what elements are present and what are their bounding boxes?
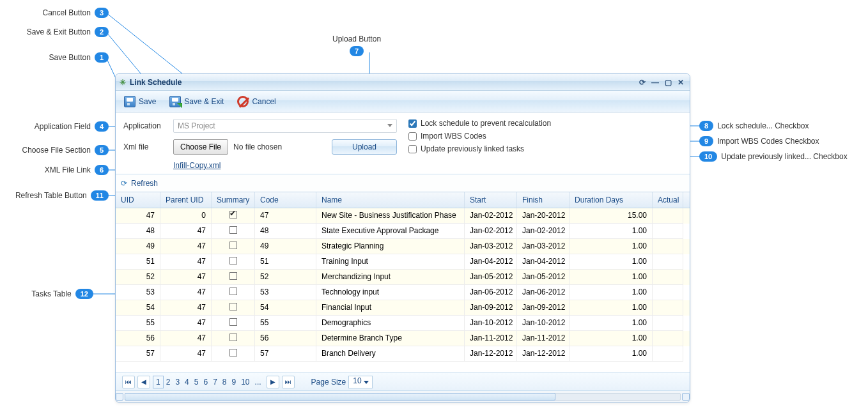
xml-file-link[interactable]: Infill-Copy.xml [173, 161, 397, 170]
table-cell [212, 270, 255, 285]
pager-page[interactable]: 7 [210, 376, 220, 388]
table-cell: Jan-05-2012 [465, 270, 517, 285]
column-header[interactable]: Duration Days [570, 192, 653, 208]
table-cell: 1.00 [570, 346, 653, 362]
minimize-icon[interactable]: — [650, 77, 660, 88]
pager-page[interactable]: 6 [201, 376, 210, 388]
pager-page[interactable]: ... [252, 376, 264, 388]
column-header[interactable]: Summary [212, 192, 255, 208]
table-header: UIDParent UIDSummaryCodeNameStartFinishD… [116, 192, 690, 208]
horizontal-scrollbar[interactable] [116, 390, 690, 402]
table-cell: Demographics [316, 316, 465, 331]
table-cell: Jan-12-2012 [517, 346, 570, 362]
refresh-button[interactable]: ⟳ Refresh [116, 174, 690, 192]
lock-checkbox-input[interactable] [408, 119, 417, 128]
table-cell: Jan-12-2012 [465, 346, 517, 362]
column-header[interactable]: Parent UID [160, 192, 212, 208]
summary-checkbox[interactable] [229, 257, 237, 264]
pager-page[interactable]: 5 [192, 376, 201, 388]
pager-prev[interactable]: ◀ [137, 376, 150, 388]
pager-page[interactable]: 4 [182, 376, 192, 388]
table-cell: 49 [255, 239, 316, 254]
table-cell: 1.00 [570, 331, 653, 346]
column-header[interactable]: Actual [653, 192, 683, 208]
scroll-left-icon[interactable] [116, 393, 123, 401]
xml-file-row: Xml file Choose File No file chosen Uplo… [123, 139, 397, 155]
save-button[interactable]: Save [121, 94, 159, 109]
table-row[interactable]: 564756Determine Branch TypeJan-11-2012Ja… [116, 331, 690, 346]
summary-checkbox[interactable] [229, 303, 237, 310]
pager-page[interactable]: 1 [153, 376, 164, 388]
table-cell: 55 [116, 316, 160, 331]
table-cell: 56 [116, 331, 160, 346]
maximize-icon[interactable]: ▢ [663, 77, 673, 88]
table-cell: 57 [255, 346, 316, 362]
update-prev-checkbox-input[interactable] [408, 145, 417, 153]
pager-next[interactable]: ▶ [267, 376, 279, 388]
choose-file-button[interactable]: Choose File [173, 139, 228, 155]
tasks-table: UIDParent UIDSummaryCodeNameStartFinishD… [116, 192, 690, 372]
summary-checkbox[interactable] [229, 288, 237, 295]
pager-last[interactable]: ⏭ [282, 376, 295, 388]
refresh-icon[interactable]: ⟳ [637, 77, 647, 88]
cancel-button[interactable]: Cancel [234, 94, 278, 109]
table-row[interactable]: 47047New Site - Business Justification P… [116, 208, 690, 224]
table-cell: 53 [116, 285, 160, 300]
table-cell [212, 239, 255, 254]
scroll-thumb[interactable] [125, 393, 555, 401]
table-row[interactable]: 544754Financial InputJan-09-2012Jan-09-2… [116, 300, 690, 316]
pager-page[interactable]: 8 [220, 376, 229, 388]
summary-checkbox[interactable] [229, 272, 237, 280]
wbs-checkbox-input[interactable] [408, 132, 417, 141]
xml-label: Xml file [123, 142, 168, 151]
column-header[interactable]: UID [116, 192, 160, 208]
summary-checkbox[interactable] [229, 226, 237, 234]
application-select[interactable]: MS Project [173, 119, 397, 133]
column-header[interactable]: Code [255, 192, 316, 208]
summary-checkbox[interactable] [229, 211, 237, 218]
save-exit-button[interactable]: Save & Exit [166, 94, 226, 109]
pager-page[interactable]: 3 [173, 376, 182, 388]
pager-page[interactable]: 10 [238, 376, 252, 388]
table-cell [212, 346, 255, 362]
table-cell: 47 [160, 346, 212, 362]
table-cell [653, 224, 683, 239]
upload-button[interactable]: Upload [332, 139, 397, 155]
table-cell: 47 [160, 285, 212, 300]
table-row[interactable]: 484748State Executive Approval PackageJa… [116, 224, 690, 239]
table-row[interactable]: 554755DemographicsJan-10-2012Jan-10-2012… [116, 316, 690, 331]
column-header[interactable]: Start [465, 192, 517, 208]
table-row[interactable]: 524752Merchandizing InputJan-05-2012Jan-… [116, 270, 690, 285]
pager-page[interactable]: 9 [229, 376, 239, 388]
pager-first[interactable]: ⏮ [122, 376, 135, 388]
table-row[interactable]: 534753Technology inputJan-06-2012Jan-06-… [116, 285, 690, 300]
summary-checkbox[interactable] [229, 318, 237, 326]
table-cell: 49 [116, 239, 160, 254]
table-cell [653, 316, 683, 331]
close-icon[interactable]: ✕ [676, 77, 686, 88]
scroll-right-icon[interactable] [682, 393, 690, 401]
table-cell: Jan-10-2012 [465, 316, 517, 331]
column-header[interactable]: Name [316, 192, 465, 208]
annot-label: Save Button [49, 53, 90, 62]
table-row[interactable]: 574757Branch DeliveryJan-12-2012Jan-12-2… [116, 346, 690, 362]
table-row[interactable]: 494749Strategic PlanningJan-03-2012Jan-0… [116, 239, 690, 254]
table-row[interactable]: 514751Training InputJan-04-2012Jan-04-20… [116, 254, 690, 270]
page-size-select[interactable]: 10 [348, 376, 372, 388]
pager-page[interactable]: 2 [164, 376, 173, 388]
lock-schedule-checkbox[interactable]: Lock schedule to prevent recalculation [408, 119, 682, 128]
summary-checkbox[interactable] [229, 349, 237, 356]
update-prev-checkbox[interactable]: Update previously linked tasks [408, 144, 682, 153]
summary-checkbox[interactable] [229, 241, 237, 249]
column-header[interactable]: Finish [517, 192, 570, 208]
table-cell [212, 300, 255, 316]
table-cell: Technology input [316, 285, 465, 300]
toolbar: Save Save & Exit Cancel [116, 91, 690, 112]
import-wbs-checkbox[interactable]: Import WBS Codes [408, 132, 682, 141]
annot-label: XML File Link [45, 165, 91, 174]
summary-checkbox[interactable] [229, 334, 237, 341]
table-cell: 57 [116, 346, 160, 362]
disk-icon [123, 95, 136, 108]
table-cell: 1.00 [570, 285, 653, 300]
app-logo-icon: ✳ [120, 78, 126, 87]
